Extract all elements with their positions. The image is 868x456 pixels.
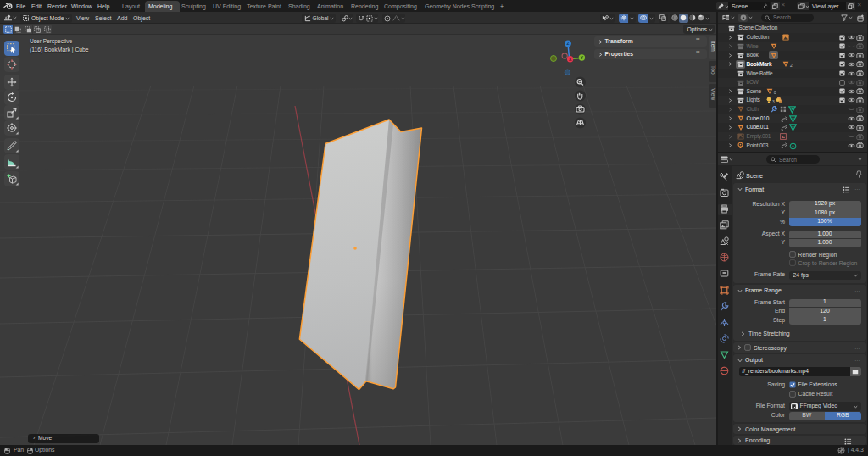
svg-text:Z: Z	[566, 41, 569, 46]
